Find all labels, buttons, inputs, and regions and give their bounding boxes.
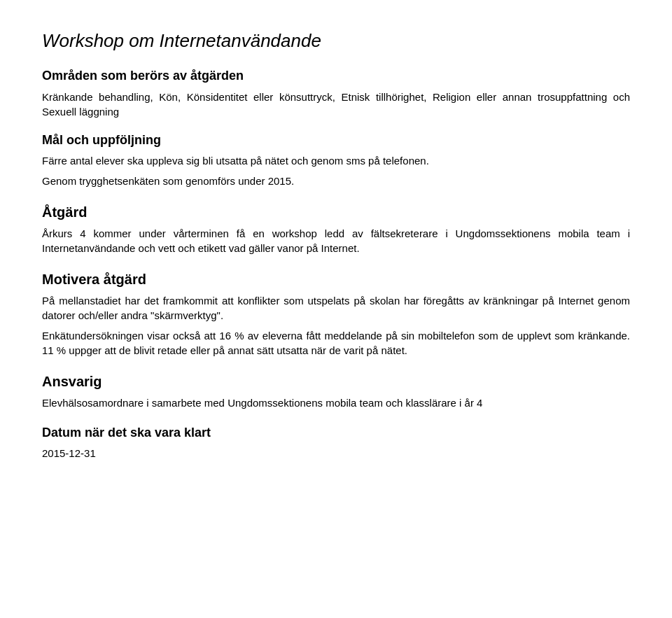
- section4-text1: På mellanstadiet har det framkommit att …: [42, 293, 630, 323]
- section3-text: Årkurs 4 kommer under vårterminen få en …: [42, 226, 630, 255]
- page-title: Workshop om Internetanvändande: [42, 28, 630, 53]
- section3-heading: Åtgärd: [42, 202, 630, 222]
- section2-text2: Genom trygghetsenkäten som genomförs und…: [42, 174, 630, 188]
- section4-text2: Enkätundersökningen visar också att 16 %…: [42, 328, 630, 358]
- section5-text: Elevhälsosamordnare i samarbete med Ungd…: [42, 395, 630, 410]
- section2-text1: Färre antal elever ska uppleva sig bli u…: [42, 153, 630, 168]
- section6-text: 2015-12-31: [42, 446, 630, 461]
- section4-heading: Motivera åtgärd: [42, 269, 630, 289]
- section1-text: Kränkande behandling, Kön, Könsidentitet…: [42, 90, 630, 119]
- section5-heading: Ansvarig: [42, 372, 630, 391]
- section6-heading: Datum när det ska vara klart: [42, 424, 630, 442]
- section2-heading: Mål och uppföljning: [42, 132, 630, 149]
- section1-heading: Områden som berörs av åtgärden: [42, 67, 630, 85]
